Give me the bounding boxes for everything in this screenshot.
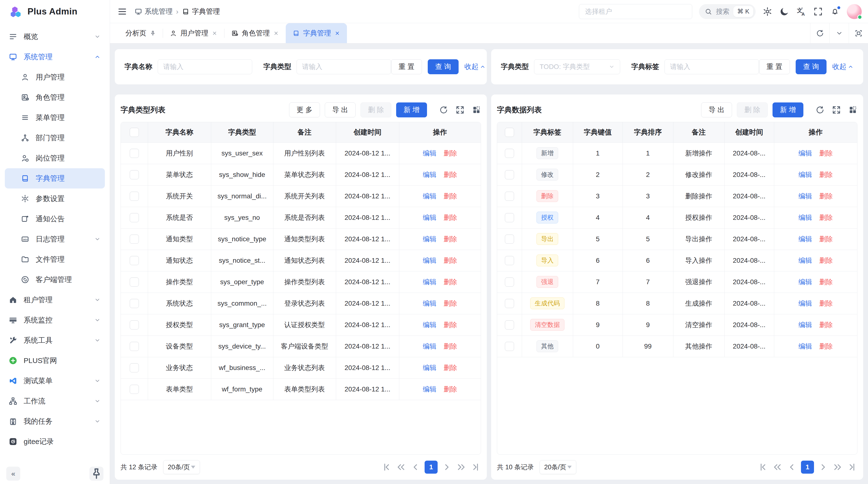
query-button[interactable]: 查 询 <box>796 59 827 74</box>
close-icon[interactable] <box>334 30 340 36</box>
edit-link[interactable]: 编辑 <box>799 235 812 243</box>
row-checkbox[interactable] <box>505 192 514 201</box>
delete-link[interactable]: 删除 <box>444 364 457 372</box>
edit-link[interactable]: 编辑 <box>799 300 812 307</box>
delete-link[interactable]: 删除 <box>444 150 457 157</box>
edit-link[interactable]: 编辑 <box>799 150 812 157</box>
delete-link[interactable]: 删除 <box>819 214 833 221</box>
current-page[interactable]: 1 <box>801 461 814 474</box>
page-size-select[interactable]: 20条/页 <box>539 460 576 474</box>
sidebar-item-岗位管理[interactable]: 岗位管理 <box>5 148 105 168</box>
sidebar-item-系统管理[interactable]: 系统管理 <box>5 47 105 67</box>
expand-icon[interactable] <box>832 105 841 115</box>
fullscreen-icon[interactable] <box>813 6 823 17</box>
tab-角色管理[interactable]: 角色管理 <box>224 23 286 43</box>
collapse-filter-link[interactable]: 收起 <box>832 62 854 72</box>
delete-link[interactable]: 删除 <box>444 385 457 393</box>
close-icon[interactable] <box>273 30 279 36</box>
first-page-icon[interactable] <box>381 462 392 473</box>
row-checkbox[interactable] <box>130 170 139 179</box>
row-checkbox[interactable] <box>505 234 514 244</box>
last-page-icon[interactable] <box>847 462 858 473</box>
select-all-checkbox[interactable] <box>505 128 514 137</box>
delete-link[interactable]: 删除 <box>444 214 457 221</box>
dict-label-input[interactable] <box>664 59 759 74</box>
delete-link[interactable]: 删除 <box>819 171 833 179</box>
tab-menu-chevron-icon[interactable] <box>830 23 849 43</box>
reset-button[interactable]: 重 置 <box>759 59 790 74</box>
columns-grid-icon[interactable] <box>472 105 481 115</box>
sidebar-item-系统工具[interactable]: 系统工具 <box>5 330 105 351</box>
refresh-icon[interactable] <box>439 105 448 115</box>
row-checkbox[interactable] <box>130 234 139 244</box>
export-button[interactable]: 导 出 <box>325 102 355 118</box>
edit-link[interactable]: 编辑 <box>799 214 812 221</box>
delete-link[interactable]: 删除 <box>444 235 457 243</box>
notifications-bell-icon[interactable] <box>830 6 840 17</box>
sidebar-item-日志管理[interactable]: DEV日志管理 <box>5 229 105 249</box>
edit-link[interactable]: 编辑 <box>423 235 436 243</box>
sidebar-item-参数设置[interactable]: 参数设置 <box>5 189 105 209</box>
row-checkbox[interactable] <box>130 385 139 394</box>
row-checkbox[interactable] <box>505 320 514 329</box>
sidebar-item-概览[interactable]: 概览 <box>5 27 105 47</box>
edit-link[interactable]: 编辑 <box>799 321 812 328</box>
collapse-filter-link[interactable]: 收起 <box>464 62 486 72</box>
next-page-icon[interactable] <box>818 462 829 473</box>
row-checkbox[interactable] <box>505 213 514 222</box>
translate-icon[interactable]: 文A <box>796 6 806 17</box>
delete-link[interactable]: 删除 <box>444 343 457 350</box>
delete-link[interactable]: 删除 <box>819 150 833 157</box>
edit-link[interactable]: 编辑 <box>423 321 436 328</box>
settings-gear-icon[interactable] <box>763 6 773 17</box>
edit-link[interactable]: 编辑 <box>423 150 436 157</box>
first-page-icon[interactable] <box>757 462 768 473</box>
sidebar-item-部门管理[interactable]: 部门管理 <box>5 128 105 148</box>
row-checkbox[interactable] <box>505 342 514 351</box>
query-button[interactable]: 查 询 <box>428 59 459 74</box>
sidebar-item-我的任务[interactable]: 我的任务 <box>5 411 105 431</box>
edit-link[interactable]: 编辑 <box>423 278 436 286</box>
row-checkbox[interactable] <box>130 363 139 373</box>
delete-link[interactable]: 删除 <box>819 192 833 200</box>
delete-link[interactable]: 删除 <box>819 235 833 243</box>
row-checkbox[interactable] <box>130 192 139 201</box>
add-button[interactable]: 新 增 <box>773 102 803 118</box>
breadcrumb-item[interactable]: 系统管理 <box>134 7 173 17</box>
delete-link[interactable]: 删除 <box>819 278 833 286</box>
sidebar-item-文件管理[interactable]: 文件管理 <box>5 249 105 269</box>
last-page-icon[interactable] <box>470 462 481 473</box>
edit-link[interactable]: 编辑 <box>799 278 812 286</box>
dict-type-input[interactable] <box>297 59 391 74</box>
more-button[interactable]: 更 多 <box>289 102 320 118</box>
delete-button[interactable]: 删 除 <box>737 102 768 118</box>
edit-link[interactable]: 编辑 <box>423 257 436 264</box>
delete-link[interactable]: 删除 <box>819 257 833 264</box>
row-checkbox[interactable] <box>130 299 139 308</box>
row-checkbox[interactable] <box>505 256 514 265</box>
prev-fast-icon[interactable] <box>396 462 406 473</box>
edit-link[interactable]: 编辑 <box>799 343 812 350</box>
edit-link[interactable]: 编辑 <box>423 364 436 372</box>
edit-link[interactable]: 编辑 <box>799 192 812 200</box>
row-checkbox[interactable] <box>505 299 514 308</box>
sidebar-pin-button[interactable] <box>89 466 103 481</box>
current-page[interactable]: 1 <box>425 461 438 474</box>
row-checkbox[interactable] <box>505 278 514 287</box>
reset-button[interactable]: 重 置 <box>391 59 422 74</box>
delete-link[interactable]: 删除 <box>444 321 457 328</box>
sidebar-item-角色管理[interactable]: 角色管理 <box>5 87 105 107</box>
close-icon[interactable] <box>212 30 217 36</box>
edit-link[interactable]: 编辑 <box>799 171 812 179</box>
delete-link[interactable]: 删除 <box>819 321 833 328</box>
edit-link[interactable]: 编辑 <box>799 257 812 264</box>
delete-link[interactable]: 删除 <box>819 300 833 307</box>
edit-link[interactable]: 编辑 <box>423 343 436 350</box>
row-checkbox[interactable] <box>130 278 139 287</box>
expand-icon[interactable] <box>456 105 465 115</box>
refresh-page-icon[interactable] <box>810 23 830 43</box>
delete-link[interactable]: 删除 <box>444 257 457 264</box>
tab-用户管理[interactable]: 用户管理 <box>163 23 224 43</box>
hamburger-icon[interactable] <box>117 6 127 17</box>
delete-link[interactable]: 删除 <box>444 300 457 307</box>
